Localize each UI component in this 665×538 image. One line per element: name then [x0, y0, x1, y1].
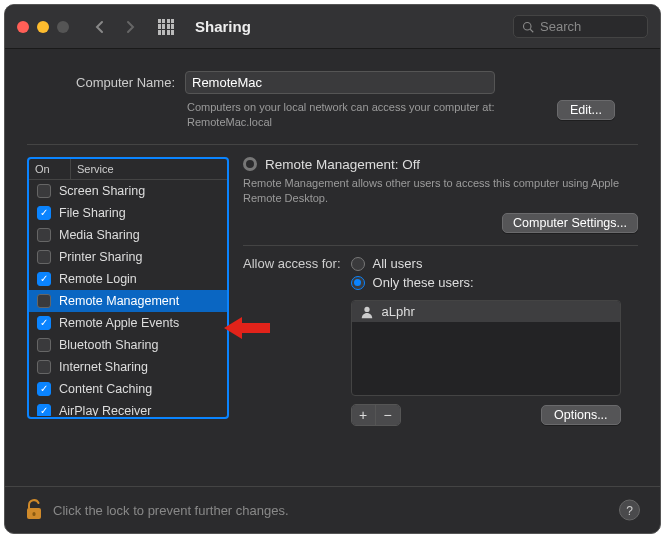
service-checkbox[interactable]	[37, 294, 51, 308]
users-list[interactable]: aLphr	[351, 300, 621, 396]
service-checkbox[interactable]	[37, 338, 51, 352]
service-status-heading: Remote Management: Off	[265, 157, 420, 172]
titlebar: Sharing Search	[5, 5, 660, 49]
computer-name-input[interactable]	[185, 71, 495, 94]
search-placeholder: Search	[540, 19, 581, 34]
edit-hostname-button[interactable]: Edit...	[557, 100, 615, 120]
close-window-button[interactable]	[17, 21, 29, 33]
service-row[interactable]: Internet Sharing	[29, 356, 227, 378]
computer-name-helper: Computers on your local network can acce…	[187, 101, 495, 113]
service-checkbox[interactable]	[37, 206, 51, 220]
radio-only-these-users-label: Only these users:	[373, 275, 474, 290]
column-on: On	[29, 159, 71, 179]
show-all-button[interactable]	[153, 14, 179, 40]
svg-point-2	[364, 307, 369, 312]
svg-marker-3	[224, 317, 270, 339]
service-label: File Sharing	[59, 206, 126, 220]
options-button[interactable]: Options...	[541, 405, 621, 425]
service-row[interactable]: Remote Login	[29, 268, 227, 290]
allow-access-label: Allow access for:	[243, 256, 341, 426]
service-status-icon	[243, 157, 257, 171]
service-checkbox[interactable]	[37, 250, 51, 264]
service-row[interactable]: Printer Sharing	[29, 246, 227, 268]
lock-text: Click the lock to prevent further change…	[53, 503, 289, 518]
service-label: AirPlay Receiver	[59, 404, 151, 416]
radio-only-these-users[interactable]	[351, 276, 365, 290]
service-row[interactable]: Remote Apple Events	[29, 312, 227, 334]
back-button[interactable]	[87, 14, 113, 40]
service-label: Remote Apple Events	[59, 316, 179, 330]
window-controls	[17, 21, 69, 33]
service-row[interactable]: AirPlay Receiver	[29, 400, 227, 416]
callout-arrow-icon	[224, 315, 270, 341]
service-row[interactable]: File Sharing	[29, 202, 227, 224]
service-row[interactable]: Remote Management	[29, 290, 227, 312]
svg-line-1	[530, 29, 533, 32]
service-label: Printer Sharing	[59, 250, 142, 264]
service-checkbox[interactable]	[37, 404, 51, 416]
service-row[interactable]: Content Caching	[29, 378, 227, 400]
minimize-window-button[interactable]	[37, 21, 49, 33]
person-icon	[360, 305, 374, 319]
user-row[interactable]: aLphr	[352, 301, 620, 322]
service-description: Remote Management allows other users to …	[243, 176, 638, 206]
service-row[interactable]: Media Sharing	[29, 224, 227, 246]
service-label: Media Sharing	[59, 228, 140, 242]
user-name: aLphr	[382, 304, 415, 319]
radio-all-users-label: All users	[373, 256, 423, 271]
computer-name-label: Computer Name:	[57, 75, 175, 90]
search-icon	[522, 21, 534, 33]
unlock-icon[interactable]	[25, 499, 43, 521]
services-table: On Service Screen SharingFile SharingMed…	[27, 157, 229, 419]
radio-all-users[interactable]	[351, 257, 365, 271]
service-checkbox[interactable]	[37, 382, 51, 396]
service-checkbox[interactable]	[37, 272, 51, 286]
zoom-window-button[interactable]	[57, 21, 69, 33]
service-row[interactable]: Screen Sharing	[29, 180, 227, 202]
service-label: Remote Management	[59, 294, 179, 308]
service-row[interactable]: Bluetooth Sharing	[29, 334, 227, 356]
window-title: Sharing	[195, 18, 251, 35]
remove-user-button[interactable]: −	[376, 405, 400, 425]
computer-name-local: RemoteMac.local	[187, 116, 272, 128]
service-checkbox[interactable]	[37, 228, 51, 242]
service-label: Remote Login	[59, 272, 137, 286]
service-label: Content Caching	[59, 382, 152, 396]
svg-rect-5	[33, 512, 36, 516]
forward-button[interactable]	[117, 14, 143, 40]
service-label: Bluetooth Sharing	[59, 338, 158, 352]
computer-settings-button[interactable]: Computer Settings...	[502, 213, 638, 233]
search-field[interactable]: Search	[513, 15, 648, 38]
svg-point-0	[524, 22, 532, 30]
service-checkbox[interactable]	[37, 184, 51, 198]
service-checkbox[interactable]	[37, 360, 51, 374]
service-checkbox[interactable]	[37, 316, 51, 330]
footer: Click the lock to prevent further change…	[5, 486, 660, 533]
help-button[interactable]: ?	[619, 500, 640, 521]
service-label: Screen Sharing	[59, 184, 145, 198]
add-user-button[interactable]: +	[352, 405, 376, 425]
column-service: Service	[71, 159, 120, 179]
service-label: Internet Sharing	[59, 360, 148, 374]
